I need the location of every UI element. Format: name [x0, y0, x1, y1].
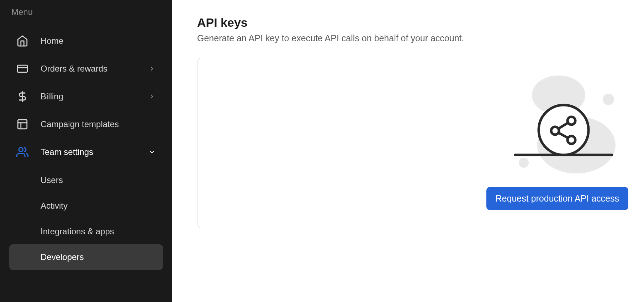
sidebar-item-label: Campaign templates	[41, 119, 156, 129]
main-nav: Home Orders & rewards	[9, 27, 163, 270]
api-key-card: Request production API access	[197, 58, 644, 228]
layout-icon	[16, 118, 28, 130]
svg-point-10	[603, 94, 614, 105]
svg-point-6	[19, 147, 23, 151]
users-icon	[16, 146, 28, 158]
sidebar-item-label: Team settings	[41, 147, 148, 157]
sidebar-subitem-label: Users	[41, 175, 63, 185]
page-subtitle: Generate an API key to execute API calls…	[197, 33, 644, 43]
sidebar-item-label: Orders & rewards	[41, 64, 148, 74]
sidebar-subitem-developers[interactable]: Developers	[9, 244, 163, 270]
sidebar-subitem-integrations[interactable]: Integrations & apps	[9, 219, 163, 244]
svg-rect-3	[18, 120, 27, 129]
home-icon	[16, 35, 28, 47]
chevron-right-icon	[148, 93, 156, 100]
card-icon	[16, 63, 28, 75]
chevron-down-icon	[148, 148, 156, 156]
page-title: API keys	[197, 16, 644, 30]
menu-label: Menu	[9, 7, 163, 17]
sidebar-subitem-label: Developers	[41, 252, 84, 262]
sidebar-item-home[interactable]: Home	[9, 27, 163, 55]
sidebar-subitem-label: Integrations & apps	[41, 226, 114, 236]
sidebar-subitem-label: Activity	[41, 201, 68, 211]
sidebar-item-orders[interactable]: Orders & rewards	[9, 55, 163, 83]
svg-rect-0	[17, 65, 27, 72]
sidebar: Menu Home Orders & rewards	[0, 0, 172, 302]
sidebar-item-billing[interactable]: Billing	[9, 83, 163, 110]
sidebar-subitem-activity[interactable]: Activity	[9, 193, 163, 219]
dollar-icon	[16, 90, 28, 103]
sidebar-item-label: Billing	[41, 92, 148, 101]
svg-point-9	[519, 158, 529, 168]
chevron-right-icon	[148, 65, 156, 73]
share-illustration	[505, 74, 619, 173]
main-content: API keys Generate an API key to execute …	[172, 0, 644, 302]
sidebar-item-label: Home	[41, 36, 156, 46]
sidebar-subitem-users[interactable]: Users	[9, 167, 163, 193]
svg-point-12	[539, 105, 588, 155]
sub-nav: Users Activity Integrations & apps Devel…	[9, 167, 163, 270]
sidebar-item-campaign-templates[interactable]: Campaign templates	[9, 110, 163, 138]
sidebar-item-team-settings[interactable]: Team settings	[9, 138, 163, 166]
request-api-access-button[interactable]: Request production API access	[486, 187, 628, 210]
